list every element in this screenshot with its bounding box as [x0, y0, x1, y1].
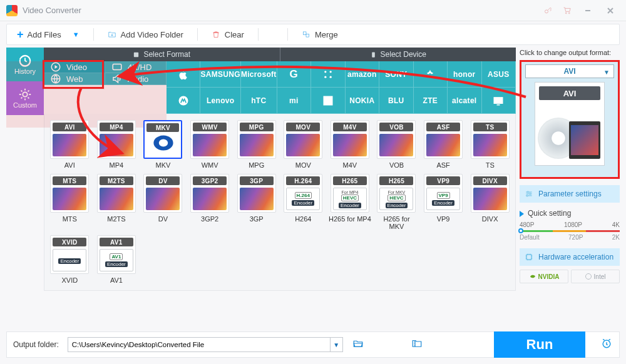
main-toolbar: +Add Files ▼ Add Video Folder Clear Merg… [6, 24, 620, 45]
output-format-thumb: AVI [535, 82, 605, 166]
output-folder-field[interactable]: ▼ [68, 337, 343, 352]
category-web[interactable]: Web [44, 73, 105, 85]
clear-button[interactable]: Clear [202, 24, 254, 44]
brand-g[interactable]: G [277, 61, 311, 88]
open-output-icon[interactable] [411, 338, 423, 351]
format-label: M4V [343, 161, 357, 169]
brand-samsung[interactable]: SAMSUNG [200, 61, 240, 88]
svg-point-14 [324, 76, 326, 78]
tab-select-device[interactable]: Select Device [280, 48, 516, 61]
format-label: ASF [436, 161, 449, 169]
minimize-button[interactable] [578, 4, 597, 18]
output-folder-input[interactable] [68, 341, 330, 348]
quick-setting-slider[interactable]: 480P 1080P 4K Default 720P 2K [520, 221, 620, 241]
brand-zte[interactable]: ZTE [414, 88, 448, 114]
format-m4v[interactable]: M4VM4V [327, 119, 373, 170]
format-label: H265 for MKV [375, 215, 418, 230]
run-button[interactable]: Run [494, 331, 585, 358]
format-mkv[interactable]: MKVMATROSKAMKV [140, 119, 186, 170]
format-3gp[interactable]: 3GP3GP [233, 173, 279, 231]
nvidia-chip[interactable]: NVIDIA [520, 270, 568, 283]
tab-select-format[interactable]: Select Format [44, 48, 280, 61]
format-dv[interactable]: DVDV [140, 173, 186, 231]
category-audio[interactable]: Audio [105, 73, 167, 85]
output-format-dropdown[interactable]: AVI ▼ [525, 64, 614, 78]
output-format-box[interactable]: AVI ▼ AVI [520, 60, 620, 179]
brand-huawei[interactable] [414, 61, 448, 88]
hardware-accel-button[interactable]: Hardware acceleration [520, 248, 620, 266]
format-mpg[interactable]: MPGMPG [233, 119, 279, 170]
add-files-label: Add Files [28, 30, 61, 39]
brand-oneplus[interactable] [311, 88, 345, 114]
format-mts[interactable]: MTSMTS [47, 173, 93, 231]
add-folder-button[interactable]: Add Video Folder [98, 24, 193, 44]
format-divx[interactable]: DIVXDIVX [467, 173, 513, 231]
merge-label: Merge [315, 30, 338, 39]
brand-apple[interactable] [167, 61, 200, 88]
key-icon[interactable] [540, 3, 556, 19]
format-avi[interactable]: AVIAVI [47, 119, 93, 170]
cart-icon[interactable] [558, 3, 575, 19]
format-label: H265 for MP4 [329, 215, 371, 223]
brand-honor[interactable]: honor [448, 61, 481, 88]
brand-blu[interactable]: BLU [379, 88, 413, 114]
close-button[interactable] [601, 4, 620, 18]
format-ts[interactable]: TSTS [467, 119, 513, 170]
svg-rect-24 [526, 255, 531, 260]
category-4k-label: 4K/HD [128, 63, 151, 72]
format-h265-for-mkv[interactable]: H265For MKVHEVCEncoderH265 for MKV [374, 173, 419, 231]
format-xvid[interactable]: XVIDEncoderXVID [47, 234, 93, 285]
format-label: DV [158, 215, 168, 223]
brand-lenovo[interactable]: Lenovo [200, 88, 240, 114]
brand-alcatel[interactable]: alcatel [448, 88, 481, 114]
format-label: MKV [156, 161, 171, 169]
tab-format-label: Select Format [143, 50, 190, 59]
format-3gp2[interactable]: 3GP23GP2 [187, 173, 233, 231]
qs-tick: 4K [612, 221, 620, 228]
merge-button[interactable]: Merge [292, 24, 348, 44]
qs-tick: 480P [520, 221, 534, 228]
slider-handle[interactable] [518, 228, 523, 233]
svg-rect-7 [134, 52, 138, 56]
category-video-label: Video [66, 63, 87, 72]
brand-sony[interactable]: SONY [379, 61, 413, 88]
format-vob[interactable]: VOBVOB [374, 119, 419, 170]
format-av1[interactable]: AV1AV1EncoderAV1 [94, 234, 140, 285]
brand-amazon[interactable]: amazon [346, 61, 379, 88]
output-folder-dropdown-icon[interactable]: ▼ [330, 338, 342, 351]
format-vp9[interactable]: VP9VP9EncoderVP9 [421, 173, 466, 231]
brand-dots[interactable] [311, 61, 345, 88]
category-video[interactable]: Video [44, 61, 105, 73]
parameter-settings-button[interactable]: Parameter settings [520, 185, 620, 203]
format-asf[interactable]: ASFASF [421, 119, 466, 170]
category-4k-hd[interactable]: 4K/HD [105, 61, 167, 73]
format-mp4[interactable]: MP4MP4 [94, 119, 140, 170]
format-label: VP9 [437, 215, 450, 223]
brand-mi[interactable]: mi [277, 88, 311, 114]
format-h264[interactable]: H.264H.264EncoderH264 [280, 173, 326, 231]
brand-microsoft[interactable]: Microsoft [241, 61, 277, 88]
brand-tv[interactable] [482, 88, 516, 114]
history-button[interactable]: History [6, 48, 44, 81]
format-label: MTS [63, 215, 77, 223]
brand-nokia[interactable]: NOKIA [346, 88, 379, 114]
format-mov[interactable]: MOVMOV [280, 119, 326, 170]
format-label: MOV [295, 161, 311, 169]
format-wmv[interactable]: WMVWMV [187, 119, 233, 170]
schedule-button[interactable] [600, 337, 613, 352]
svg-point-22 [530, 193, 531, 195]
brand-asus[interactable]: ASUS [482, 61, 516, 88]
add-files-dropdown-icon[interactable]: ▼ [73, 31, 80, 38]
intel-chip[interactable]: Intel [571, 270, 620, 283]
format-label: VOB [389, 161, 404, 169]
brand-htc[interactable]: hTC [241, 88, 277, 114]
format-h265-for-mp4[interactable]: H265For MP4HEVCEncoderH265 for MP4 [327, 173, 373, 231]
format-m2ts[interactable]: M2TSM2TS [94, 173, 140, 231]
custom-button[interactable]: Custom [6, 81, 44, 115]
play-icon [520, 211, 524, 217]
open-folder-icon[interactable] [352, 338, 364, 351]
add-files-button[interactable]: +Add Files ▼ [7, 24, 90, 44]
app-logo-icon [6, 5, 18, 16]
brand-moto[interactable] [167, 88, 200, 114]
add-folder-label: Add Video Folder [121, 30, 183, 39]
